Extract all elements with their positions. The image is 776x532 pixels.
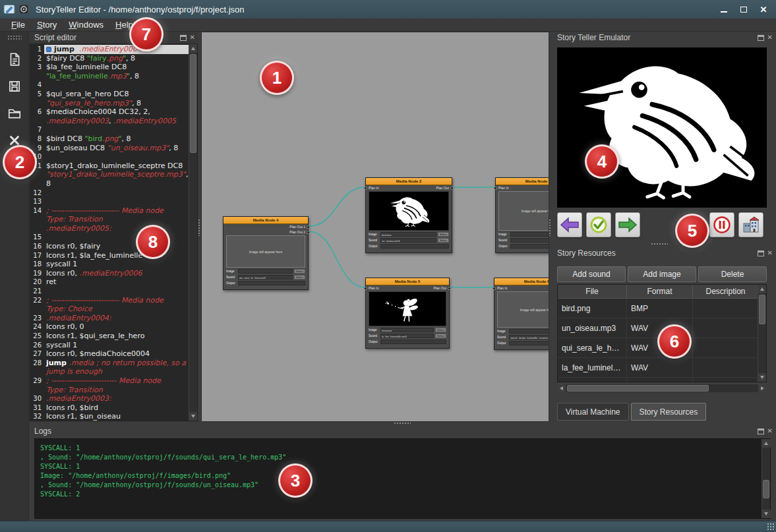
splitter-grip[interactable]: [549, 219, 552, 236]
field-value[interactable]: [380, 340, 446, 344]
column-header-format[interactable]: Format: [627, 285, 693, 298]
scroll-thumb[interactable]: [759, 295, 765, 324]
code-line: 23.mediaEntry0004:: [30, 314, 189, 323]
back-button[interactable]: [557, 212, 582, 237]
scroll-right-arrow[interactable]: [758, 384, 767, 393]
code-segment: lcons r0,: [46, 269, 80, 278]
field-value[interactable]: [380, 244, 449, 249]
node-select-button[interactable]: Select: [294, 275, 305, 280]
field-value[interactable]: un_oiseau.mp3: [380, 238, 436, 243]
node-select-button[interactable]: Select: [294, 269, 305, 274]
media-node[interactable]: Media Node 3Plan InImage will appear her…: [495, 177, 549, 253]
close-dock-icon[interactable]: ✕: [190, 34, 195, 41]
column-header-description[interactable]: Description: [693, 285, 759, 298]
tab-story-resources[interactable]: Story Resources: [631, 403, 707, 421]
media-node[interactable]: Media Node 6Plan InImage will appear her…: [494, 278, 549, 350]
field-value[interactable]: fairy.png: [380, 328, 434, 332]
menu-story[interactable]: Story: [31, 19, 63, 30]
field-value[interactable]: [238, 281, 305, 285]
table-cell: fairy.png: [558, 378, 627, 382]
script-editor-titlebar[interactable]: Script editor ✕: [29, 32, 198, 44]
logs-titlebar[interactable]: Logs ✕: [29, 425, 776, 437]
toolbar-grip[interactable]: [7, 35, 22, 40]
close-dock-icon[interactable]: ✕: [767, 34, 773, 41]
node-title: Media Node 2: [366, 178, 452, 185]
field-value[interactable]: [510, 238, 549, 243]
field-value[interactable]: qui_sera_le_hero.mp3: [238, 275, 293, 280]
logs-output[interactable]: SYSCALL: 1, Sound: "/home/anthony/ostpro…: [34, 438, 771, 519]
float-dock-icon[interactable]: [758, 251, 764, 256]
close-button[interactable]: ✕: [754, 1, 773, 17]
add-image-button[interactable]: Add image: [628, 266, 696, 282]
field-value[interactable]: [510, 244, 549, 249]
menu-file[interactable]: File: [5, 19, 31, 30]
menu-windows[interactable]: Windows: [63, 19, 109, 30]
float-dock-icon[interactable]: [180, 35, 187, 41]
new-script-button[interactable]: [4, 49, 25, 70]
field-value[interactable]: la_fee_luminelle.mp3: [380, 334, 434, 338]
home-button[interactable]: [738, 212, 763, 237]
resources-tabs: Virtual MachineStory Resources: [557, 403, 706, 421]
pause-button[interactable]: [709, 212, 734, 237]
close-dock-icon[interactable]: ✕: [767, 250, 773, 256]
open-project-button[interactable]: [4, 103, 25, 124]
script-scrollbar[interactable]: [189, 44, 197, 421]
node-canvas[interactable]: Media Node 4Plan Out 1Plan Out 2Image wi…: [201, 32, 549, 422]
scroll-thumb[interactable]: [567, 385, 709, 392]
table-row[interactable]: la_fee_luminelle.mp3WAV: [558, 358, 766, 378]
current-line-icon: [46, 47, 51, 52]
field-value[interactable]: bird.png: [380, 232, 436, 237]
node-select-button[interactable]: Select: [438, 238, 449, 243]
splitter-grip[interactable]: [651, 243, 668, 246]
delete-button[interactable]: Delete: [698, 266, 767, 282]
close-dock-icon[interactable]: ✕: [767, 428, 773, 434]
scroll-thumb[interactable]: [190, 54, 196, 153]
node-select-button[interactable]: Select: [435, 334, 446, 338]
line-number: 13: [30, 197, 44, 206]
table-row[interactable]: bird.pngBMP: [558, 299, 766, 318]
scroll-up-arrow[interactable]: [762, 439, 771, 448]
scroll-down-arrow[interactable]: [762, 510, 771, 518]
media-node[interactable]: Media Node 5Plan InPlan Out Imagefairy.p…: [365, 278, 450, 349]
title-bar[interactable]: StoryTeller Editor - /home/anthony/ostpr…: [0, 0, 776, 18]
field-value[interactable]: [509, 341, 549, 345]
resources-titlebar[interactable]: Story Resources ✕: [552, 247, 776, 259]
field-value[interactable]: [509, 329, 549, 334]
float-dock-icon[interactable]: [758, 429, 764, 434]
node-select-button[interactable]: Select: [435, 328, 446, 332]
code-editor[interactable]: 1jump .mediaEntry00042$fairy DC8 "fairy.…: [30, 44, 198, 421]
field-value[interactable]: [238, 269, 293, 274]
emulator-titlebar[interactable]: Story Teller Emulator ✕: [552, 32, 776, 44]
resize-grip[interactable]: [767, 523, 775, 531]
forward-button[interactable]: [615, 212, 640, 237]
tab-virtual-machine[interactable]: Virtual Machine: [557, 403, 629, 421]
table-scrollbar[interactable]: [758, 285, 766, 382]
logs-scrollbar[interactable]: [761, 439, 770, 518]
splitter-grip[interactable]: [198, 219, 201, 236]
field-value[interactable]: story1_drako_luminelle_sceptre.mp3: [509, 335, 549, 340]
code-segment: Type: Choice: [46, 305, 92, 313]
scroll-down-arrow[interactable]: [189, 412, 198, 421]
column-header-file[interactable]: File: [558, 285, 627, 298]
scroll-up-arrow[interactable]: [758, 285, 767, 293]
scroll-up-arrow[interactable]: [189, 44, 198, 53]
maximize-button[interactable]: [734, 1, 754, 17]
save-button[interactable]: [4, 76, 25, 97]
scroll-thumb[interactable]: [763, 480, 769, 498]
media-node[interactable]: Media Node 2Plan InPlan Out Imagebird.pn…: [365, 177, 452, 253]
float-dock-icon[interactable]: [758, 35, 764, 41]
forward-arrow-icon: [618, 216, 638, 233]
scroll-left-arrow[interactable]: [557, 384, 566, 393]
field-value[interactable]: [510, 232, 549, 237]
table-hscrollbar[interactable]: [557, 384, 767, 392]
splitter-grip[interactable]: [394, 422, 411, 425]
node-select-button[interactable]: Select: [438, 232, 449, 237]
scroll-down-arrow[interactable]: [758, 373, 767, 382]
line-number: 1: [30, 45, 44, 54]
port-label-in: Plan In: [369, 286, 379, 290]
approve-button[interactable]: [586, 212, 611, 237]
add-sound-button[interactable]: Add sound: [557, 266, 626, 282]
media-node[interactable]: Media Node 4Plan Out 1Plan Out 2Image wi…: [223, 216, 309, 290]
minimize-button[interactable]: [714, 1, 734, 17]
table-row[interactable]: fairy.pngBMP: [558, 378, 766, 382]
